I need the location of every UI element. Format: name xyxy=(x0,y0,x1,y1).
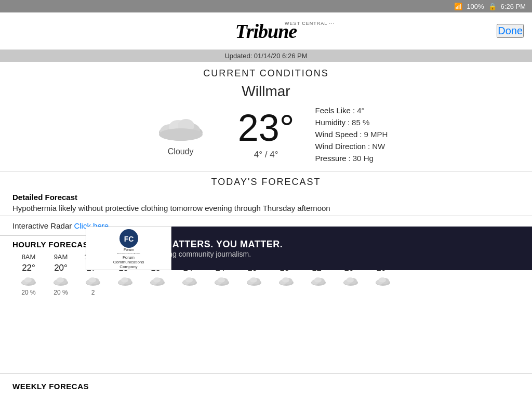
done-button[interactable]: Done xyxy=(497,24,524,38)
logo: Tribune WEST CENTRAL ··· xyxy=(235,20,297,43)
pressure-label: Pressure xyxy=(315,154,347,163)
hour-cloud-icon xyxy=(19,275,38,287)
svg-point-49 xyxy=(347,277,354,283)
hour-cloud-icon xyxy=(277,275,296,287)
lock-icon: 🔒 xyxy=(488,3,497,10)
pressure-value: 30 Hg xyxy=(353,154,374,163)
wifi-icon: 📶 xyxy=(454,3,462,10)
wind-direction-label: Wind Direction xyxy=(315,142,366,151)
updated-text: Updated: 01/14/20 6:26 PM xyxy=(224,52,307,60)
logo-westcentral: WEST CENTRAL ··· xyxy=(285,21,332,26)
svg-text:FC: FC xyxy=(124,235,134,243)
hour-cloud-icon xyxy=(374,275,392,287)
wind-speed-row: Wind Speed : 9 MPH xyxy=(315,130,388,139)
svg-point-41 xyxy=(282,277,289,283)
svg-point-53 xyxy=(379,277,386,283)
conditions-row: Cloudy 23° 4° / 4° Feels Like : 4° Humid… xyxy=(12,106,520,163)
hour-temp: 20° xyxy=(54,263,68,273)
hour-precip: 20 % xyxy=(54,289,68,296)
svg-point-25 xyxy=(153,277,161,283)
radar-label: Interactive Radar xyxy=(12,221,72,230)
details-area: Feels Like : 4° Humidity : 85 % Wind Spe… xyxy=(315,106,388,163)
hour-cloud-icon xyxy=(84,275,102,287)
hour-cloud-icon xyxy=(180,275,199,287)
wind-direction-value: NW xyxy=(372,142,385,151)
svg-point-21 xyxy=(121,277,128,283)
clock: 6:26 PM xyxy=(501,3,526,10)
hour-time: 8AM xyxy=(22,253,36,261)
svg-text:Forum: Forum xyxy=(123,248,134,251)
hour-cloud-icon xyxy=(212,275,231,287)
hour-col: 9AM20°20 % xyxy=(45,253,77,296)
hour-cloud-icon xyxy=(51,275,70,287)
hour-time: 9AM xyxy=(54,253,68,261)
main-temp: 23° xyxy=(238,109,295,147)
hour-cloud-icon xyxy=(309,275,328,287)
wind-direction-row: Wind Direction : NW xyxy=(315,142,388,151)
hour-precip: 20 % xyxy=(21,289,35,296)
hour-cloud-icon xyxy=(245,275,263,287)
feels-like-label: Feels Like xyxy=(315,106,351,115)
svg-point-9 xyxy=(24,277,32,283)
svg-point-13 xyxy=(57,277,64,283)
todays-forecast-title: TODAY'S FORECAST xyxy=(12,177,520,188)
hour-cloud-icon xyxy=(116,275,135,287)
updated-bar: Updated: 01/14/20 6:26 PM xyxy=(0,50,532,62)
app-header: Tribune WEST CENTRAL ··· Done xyxy=(0,12,532,50)
weather-description: Cloudy xyxy=(168,147,194,156)
forum-logo-box: FC Forum Communications ForumCommunicati… xyxy=(86,227,171,270)
battery-percent: 100% xyxy=(467,3,484,10)
svg-text:Communications: Communications xyxy=(117,252,140,254)
svg-point-45 xyxy=(314,277,322,283)
temp-area: 23° 4° / 4° xyxy=(238,109,295,160)
pressure-row: Pressure : 30 Hg xyxy=(315,154,388,163)
hour-cloud-icon xyxy=(341,275,360,287)
wind-speed-value: 9 MPH xyxy=(364,130,388,139)
forum-logo-icon: FC Forum Communications xyxy=(113,228,144,254)
humidity-label: Humidity xyxy=(315,118,345,127)
hour-cloud-icon xyxy=(148,275,167,287)
svg-point-37 xyxy=(250,277,257,283)
hour-precip: 2 xyxy=(91,289,95,296)
hi-lo: 4° / 4° xyxy=(254,150,278,160)
svg-point-33 xyxy=(218,277,225,283)
humidity-value: 85 % xyxy=(352,118,369,127)
weekly-bar: WEEKLY FORECAS xyxy=(0,373,532,399)
wind-speed-label: Wind Speed xyxy=(315,130,358,139)
weekly-label: WEEKLY FORECAS xyxy=(12,382,89,391)
humidity-row: Humidity : 85 % xyxy=(315,118,388,127)
current-conditions-title: CURRENT CONDITIONS xyxy=(12,68,520,79)
hour-temp: 22° xyxy=(22,263,35,273)
forum-company-text: ForumCommunicationsCompany xyxy=(113,255,144,269)
svg-point-17 xyxy=(89,277,96,283)
city-name: Willmar xyxy=(12,83,520,100)
feels-like-value: 4° xyxy=(357,106,364,115)
feels-like-row: Feels Like : 4° xyxy=(315,106,388,115)
svg-point-5 xyxy=(159,128,203,141)
svg-point-29 xyxy=(185,277,193,283)
current-conditions-section: CURRENT CONDITIONS Willmar Cloudy 23° 4°… xyxy=(0,62,532,171)
cloudy-icon xyxy=(152,113,209,144)
detailed-forecast-label: Detailed Forecast xyxy=(12,193,520,202)
status-bar: 📶 100% 🔒 6:26 PM xyxy=(0,0,532,12)
detailed-forecast-text: Hypothermia likely without protective cl… xyxy=(12,204,520,212)
todays-forecast-section: TODAY'S FORECAST Detailed Forecast Hypot… xyxy=(0,171,532,216)
weather-icon-area: Cloudy xyxy=(144,113,217,156)
hour-col: 8AM22°20 % xyxy=(12,253,45,296)
